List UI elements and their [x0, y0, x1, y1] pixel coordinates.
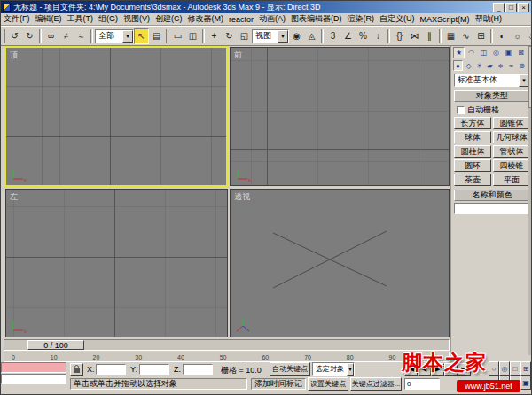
tube-button[interactable]: 管状体 [493, 145, 530, 158]
cone-button[interactable]: 圆锥体 [493, 117, 530, 129]
curve-editor-icon[interactable]: ∿ [458, 28, 473, 44]
category-geometry-icon[interactable]: ● [453, 60, 463, 71]
current-frame-field[interactable]: 0 [404, 378, 440, 390]
tab-utilities-icon[interactable]: ⊠ [515, 47, 527, 58]
menu-modifiers[interactable]: 修改器(M) [185, 13, 227, 25]
select-and-move-icon[interactable]: + [207, 28, 222, 44]
tab-motion-icon[interactable]: ◎ [490, 47, 502, 58]
category-helpers-icon[interactable]: ∗ [496, 60, 505, 71]
menu-tools[interactable]: 工具(T) [65, 13, 97, 25]
viewport-front-label[interactable]: 前 [234, 50, 242, 61]
sphere-button[interactable]: 球体 [454, 131, 491, 143]
tab-create-icon[interactable]: ★ [453, 47, 465, 58]
menu-edit[interactable]: 编辑(E) [33, 13, 65, 25]
pyramid-button[interactable]: 四棱锥 [493, 159, 530, 172]
category-systems-icon[interactable]: ⊚ [517, 60, 527, 71]
set-key-button[interactable]: 设置关键点 [308, 377, 348, 391]
lock-selection-button[interactable] [70, 363, 83, 376]
category-space-warps-icon[interactable]: ≈ [506, 60, 516, 71]
panel-scrollbar-thumb[interactable] [528, 46, 532, 108]
menu-reactor[interactable]: reactor [226, 15, 256, 24]
use-pivot-center-icon[interactable]: ◉ [289, 28, 304, 44]
select-object-icon[interactable]: ↖ [134, 28, 149, 44]
zoom-extents-all-icon[interactable]: ⊞ [520, 361, 531, 376]
time-slider-track[interactable]: 0 / 100 [4, 339, 450, 351]
render-setup-icon[interactable]: ☼ [510, 28, 525, 44]
name-color-rollout[interactable]: 名称和颜色 [454, 190, 530, 201]
menu-customize[interactable]: 自定义(U) [377, 13, 418, 25]
track-bar[interactable]: 0 10 20 30 40 50 60 70 80 90 100 [4, 352, 450, 362]
menu-help[interactable]: 帮助(H) [473, 13, 505, 25]
auto-key-button[interactable]: 自动关键点 [270, 362, 310, 376]
tab-hierarchy-icon[interactable]: ◫ [478, 47, 489, 58]
maximize-button[interactable]: □ [505, 3, 517, 12]
angle-snap-icon[interactable]: ∠ [340, 28, 356, 44]
category-cameras-icon[interactable]: ▰ [485, 60, 495, 71]
redo-icon[interactable]: ↻ [22, 28, 37, 44]
named-selection-sets-icon[interactable]: {} [392, 28, 407, 44]
plane-button[interactable]: 平面 [493, 174, 530, 186]
menu-file[interactable]: 文件(F) [1, 13, 33, 25]
reference-coordinate-dropdown[interactable]: 视图 ▼ [252, 29, 289, 43]
geosphere-button[interactable]: 几何球体 [493, 131, 530, 143]
maximize-viewport-toggle-icon[interactable]: ▣ [520, 376, 531, 390]
time-slider-handle[interactable]: 0 / 100 [27, 340, 84, 350]
select-and-manipulate-icon[interactable]: ◬ [304, 28, 319, 44]
minimize-button[interactable]: _ [493, 3, 505, 12]
select-and-scale-icon[interactable]: ◱ [237, 28, 252, 44]
menu-graph-editors[interactable]: 图表编辑器(D) [288, 13, 345, 25]
chevron-down-icon[interactable]: ▼ [122, 30, 133, 43]
viewport-perspective[interactable]: 透视 [230, 189, 450, 337]
align-icon[interactable]: ∥ [422, 28, 437, 44]
viewport-perspective-label[interactable]: 透视 [234, 191, 250, 203]
selection-filter-dropdown[interactable]: 全部 ▼ [95, 29, 134, 43]
maxscript-listener-macro[interactable] [1, 362, 66, 373]
x-coord-field[interactable] [96, 364, 126, 375]
torus-button[interactable]: 圆环 [454, 159, 491, 172]
viewport-front[interactable]: 前 x [230, 47, 450, 186]
y-coord-field[interactable] [139, 364, 169, 375]
menu-create[interactable]: 创建(C) [153, 13, 185, 25]
spinner-snap-icon[interactable]: ↕ [371, 28, 386, 44]
teapot-button[interactable]: 茶壶 [454, 174, 491, 186]
menu-group[interactable]: 组(G) [96, 13, 121, 25]
percent-snap-icon[interactable]: % [356, 28, 371, 44]
toolbar-drag-handle[interactable] [4, 29, 5, 43]
chevron-down-icon[interactable]: ▼ [278, 30, 288, 43]
zoom-extents-icon[interactable]: □ [510, 361, 520, 376]
snap-toggle-icon[interactable]: 3 [325, 28, 340, 44]
object-name-input[interactable] [454, 203, 530, 214]
viewport-left[interactable]: 左 x [5, 189, 228, 337]
selection-region-icon[interactable]: ▭ [170, 28, 185, 44]
bind-to-space-warp-icon[interactable]: ≈ [74, 28, 89, 44]
maxscript-listener-input[interactable] [1, 374, 66, 384]
viewport-top[interactable]: 顶 x [4, 46, 228, 187]
z-coord-field[interactable] [183, 364, 213, 375]
box-button[interactable]: 长方体 [454, 117, 491, 129]
select-and-link-icon[interactable]: ∞ [43, 28, 59, 44]
tab-modify-icon[interactable]: ◠ [466, 47, 477, 58]
autogrid-checkbox[interactable] [457, 106, 465, 114]
quick-render-icon[interactable]: ♨ [525, 28, 532, 44]
menu-rendering[interactable]: 渲染(R) [345, 13, 378, 25]
object-type-rollout[interactable]: 对象类型 [454, 90, 530, 102]
close-button[interactable]: × [518, 3, 529, 12]
zoom-all-icon[interactable]: ◎ [499, 361, 510, 376]
viewport-left-label[interactable]: 左 [10, 191, 18, 203]
chevron-down-icon[interactable]: ▼ [347, 363, 354, 376]
viewport-top-label[interactable]: 顶 [10, 50, 18, 61]
mirror-icon[interactable]: ⋈ [407, 28, 422, 44]
cylinder-button[interactable]: 圆柱体 [454, 145, 491, 158]
primitive-category-dropdown[interactable]: 标准基本体 ▼ [454, 74, 530, 87]
schematic-view-icon[interactable]: ⊞ [473, 28, 489, 44]
menu-views[interactable]: 视图(V) [121, 13, 153, 25]
select-and-rotate-icon[interactable]: ↻ [222, 28, 237, 44]
layer-manager-icon[interactable]: ▦ [443, 28, 458, 44]
material-editor-icon[interactable]: ◐ [495, 28, 510, 44]
panel-scrollbar[interactable] [528, 46, 532, 355]
undo-icon[interactable]: ↺ [7, 28, 22, 44]
zoom-icon[interactable]: ○ [489, 361, 499, 376]
set-key-filter-dropdown[interactable]: 选定对象 ▼ [312, 362, 355, 376]
menu-maxscript[interactable]: MAXScript(M) [418, 15, 473, 24]
window-crossing-icon[interactable]: ◫ [185, 28, 200, 44]
